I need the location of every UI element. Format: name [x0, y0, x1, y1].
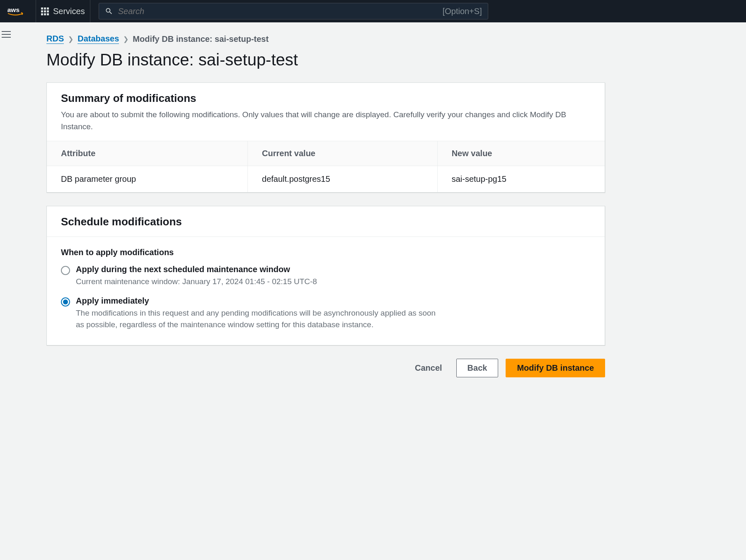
col-current: Current value: [248, 141, 438, 166]
grid-icon: [41, 7, 49, 15]
chevron-right-icon: ❯: [68, 35, 73, 43]
cell-attribute: DB parameter group: [47, 166, 248, 193]
summary-header: Summary of modifications You are about t…: [47, 83, 605, 141]
radio-content: Apply immediately The modifications in t…: [76, 296, 591, 331]
col-attribute: Attribute: [47, 141, 248, 166]
radio-input[interactable]: [61, 266, 70, 275]
modifications-table: Attribute Current value New value DB par…: [47, 141, 605, 192]
breadcrumb-databases[interactable]: Databases: [78, 34, 119, 44]
cell-new: sai-setup-pg15: [437, 166, 605, 193]
svg-text:aws: aws: [7, 6, 20, 13]
services-label: Services: [53, 7, 85, 16]
back-button[interactable]: Back: [456, 359, 499, 377]
main-content: RDS ❯ Databases ❯ Modify DB instance: sa…: [0, 22, 605, 394]
services-menu[interactable]: Services: [36, 0, 90, 22]
cancel-button[interactable]: Cancel: [408, 359, 449, 377]
radio-option-immediately[interactable]: Apply immediately The modifications in t…: [61, 296, 591, 331]
search-container[interactable]: [Option+S]: [99, 3, 488, 19]
radio-content: Apply during the next scheduled maintena…: [76, 265, 591, 288]
aws-logo[interactable]: aws: [7, 5, 27, 17]
radio-label[interactable]: Apply during the next scheduled maintena…: [76, 265, 591, 274]
summary-title: Summary of modifications: [61, 92, 591, 105]
when-to-apply-label: When to apply modifications: [61, 248, 591, 257]
schedule-title: Schedule modifications: [61, 215, 591, 228]
page-title: Modify DB instance: sai-setup-test: [46, 51, 605, 69]
schedule-body: When to apply modifications Apply during…: [47, 237, 605, 345]
breadcrumb: RDS ❯ Databases ❯ Modify DB instance: sa…: [46, 34, 605, 44]
schedule-panel: Schedule modifications When to apply mod…: [46, 206, 605, 345]
top-nav: aws Services [Option+S]: [0, 0, 746, 22]
sidebar-toggle[interactable]: [2, 29, 11, 40]
summary-description: You are about to submit the following mo…: [61, 109, 591, 133]
table-row: DB parameter group default.postgres15 sa…: [47, 166, 605, 193]
radio-hint: Current maintenance window: January 17, …: [76, 276, 441, 288]
modify-db-instance-button[interactable]: Modify DB instance: [506, 359, 605, 377]
col-new: New value: [437, 141, 605, 166]
chevron-right-icon: ❯: [123, 35, 128, 43]
schedule-header: Schedule modifications: [47, 206, 605, 237]
search-icon: [105, 7, 113, 15]
breadcrumb-current: Modify DB instance: sai-setup-test: [133, 34, 269, 44]
radio-hint: The modifications in this request and an…: [76, 307, 441, 331]
action-buttons: Cancel Back Modify DB instance: [46, 359, 605, 377]
breadcrumb-rds[interactable]: RDS: [46, 34, 64, 44]
search-shortcut: [Option+S]: [443, 7, 482, 16]
cell-current: default.postgres15: [248, 166, 438, 193]
radio-label[interactable]: Apply immediately: [76, 296, 591, 306]
radio-input[interactable]: [61, 297, 70, 307]
summary-panel: Summary of modifications You are about t…: [46, 82, 605, 193]
radio-option-maintenance-window[interactable]: Apply during the next scheduled maintena…: [61, 265, 591, 288]
search-input[interactable]: [118, 7, 438, 16]
